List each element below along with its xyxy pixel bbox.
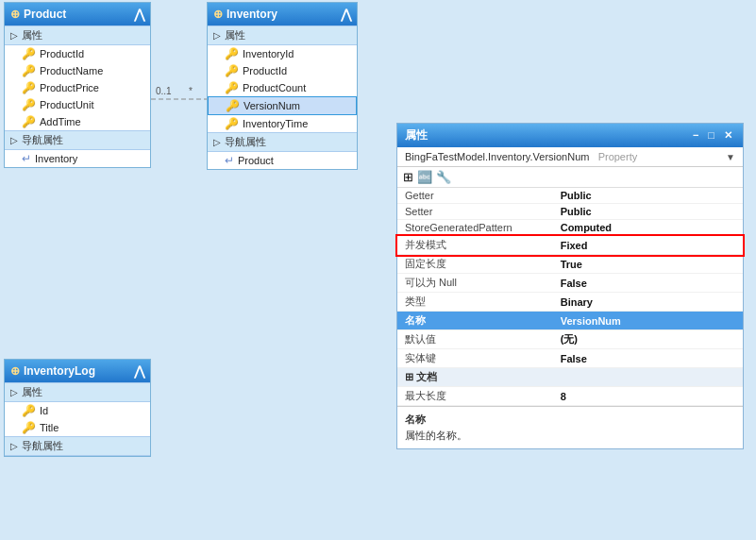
prop-row-default: 默认值 (无) bbox=[397, 330, 743, 349]
properties-toolbar: ⊞ 🔤 🔧 bbox=[397, 167, 743, 188]
prop-label-setter: Setter bbox=[397, 204, 553, 220]
product-item-productname: 🔑ProductName bbox=[5, 62, 150, 79]
prop-label-name: 名称 bbox=[397, 312, 553, 330]
prop-value-default: (无) bbox=[553, 330, 743, 349]
entity-product-header: ⊕ Product ⋀ bbox=[5, 3, 150, 25]
entity-inventorylog-collapse[interactable]: ⋀ bbox=[134, 363, 144, 379]
entity-inventorylog-icon: ⊕ bbox=[10, 364, 20, 378]
grid-icon[interactable]: ⊞ bbox=[403, 170, 413, 184]
entity-product-nav-section: ▷ 导航属性 bbox=[5, 130, 150, 150]
prop-value-fixedlength: True bbox=[553, 255, 743, 274]
entity-inventory-header: ⊕ Inventory ⋀ bbox=[208, 3, 357, 25]
product-item-inventory: ↵Inventory bbox=[5, 150, 150, 167]
inventory-item-versionnum[interactable]: 🔑VersionNum bbox=[208, 96, 357, 115]
properties-dropdown-btn[interactable]: ▼ bbox=[726, 152, 735, 162]
nav-icon: ↵ bbox=[225, 154, 234, 167]
entity-inventory-collapse[interactable]: ⋀ bbox=[341, 7, 351, 22]
prop-row-setter: Setter Public bbox=[397, 204, 743, 220]
entity-product-icon: ⊕ bbox=[10, 8, 20, 21]
entity-product-collapse[interactable]: ⋀ bbox=[134, 7, 144, 22]
inventory-item-product: ↵Product bbox=[208, 152, 357, 169]
key-icon: 🔑 bbox=[22, 64, 36, 77]
entity-product: ⊕ Product ⋀ ▷ 属性 🔑ProductId 🔑ProductName… bbox=[4, 2, 151, 168]
prop-row-nullable: 可以为 Null False bbox=[397, 274, 743, 293]
prop-value-getter: Public bbox=[553, 188, 743, 204]
key-icon: 🔑 bbox=[22, 81, 36, 94]
prop-label-nullable: 可以为 Null bbox=[397, 274, 553, 293]
prop-value-nullable: False bbox=[553, 274, 743, 293]
key-icon: 🔑 bbox=[22, 421, 36, 434]
inventory-item-productid: 🔑ProductId bbox=[208, 62, 357, 79]
prop-row-concurrency: 并发模式 Fixed bbox=[397, 236, 743, 255]
product-item-addtime: 🔑AddTime bbox=[5, 113, 150, 130]
relation-label-right: * bbox=[189, 86, 193, 96]
filter-icon[interactable]: 🔧 bbox=[436, 170, 451, 184]
properties-subtitle: BingFaTestModel.Inventory.VersionNum Pro… bbox=[397, 147, 743, 167]
prop-label-concurrency: 并发模式 bbox=[397, 236, 553, 255]
entity-inventory-nav-section: ▷ 导航属性 bbox=[208, 132, 357, 152]
prop-row-type: 类型 Binary bbox=[397, 293, 743, 312]
prop-value-type: Binary bbox=[553, 293, 743, 312]
entity-inventory-icon: ⊕ bbox=[213, 8, 223, 21]
prop-value-entitykey: False bbox=[553, 349, 743, 368]
prop-value-setter: Public bbox=[553, 204, 743, 220]
key-icon: 🔑 bbox=[22, 98, 36, 111]
entity-inventorylog-title: InventoryLog bbox=[24, 364, 95, 378]
prop-section-doc: ⊞ 文档 bbox=[397, 368, 743, 387]
entity-inventorylog-header: ⊕ InventoryLog ⋀ bbox=[5, 360, 150, 382]
entity-inventory: ⊕ Inventory ⋀ ▷ 属性 🔑InventoryId 🔑Product… bbox=[207, 2, 358, 170]
product-item-productprice: 🔑ProductPrice bbox=[5, 79, 150, 96]
properties-panel-header: 属性 − □ ✕ bbox=[397, 124, 743, 147]
product-item-productid: 🔑ProductId bbox=[5, 45, 150, 62]
properties-subtitle-path: BingFaTestModel.Inventory.VersionNum bbox=[405, 151, 589, 162]
properties-bottom-desc: 属性的名称。 bbox=[405, 429, 735, 443]
properties-header-controls: − □ ✕ bbox=[690, 129, 735, 142]
properties-panel: 属性 − □ ✕ BingFaTestModel.Inventory.Versi… bbox=[396, 123, 744, 449]
prop-label-type: 类型 bbox=[397, 293, 553, 312]
relation-label-left: 0..1 bbox=[156, 86, 172, 96]
prop-label-sgp: StoreGeneratedPattern bbox=[397, 220, 553, 236]
properties-minus-btn[interactable]: − bbox=[690, 129, 701, 142]
prop-row-entitykey: 实体键 False bbox=[397, 349, 743, 368]
prop-label-getter: Getter bbox=[397, 188, 553, 204]
inventorylog-item-title: 🔑Title bbox=[5, 419, 150, 436]
key-icon: 🔑 bbox=[22, 47, 36, 60]
key-icon: 🔑 bbox=[225, 117, 239, 130]
inventory-item-productcount: 🔑ProductCount bbox=[208, 79, 357, 96]
sort-icon[interactable]: 🔤 bbox=[417, 170, 432, 184]
nav-icon: ↵ bbox=[22, 152, 31, 165]
prop-row-maxlength: 最大长度 8 bbox=[397, 387, 743, 406]
key-icon: 🔑 bbox=[22, 404, 36, 417]
prop-label-entitykey: 实体键 bbox=[397, 349, 553, 368]
key-icon: 🔑 bbox=[226, 99, 240, 112]
prop-label-default: 默认值 bbox=[397, 330, 553, 349]
entity-product-title: Product bbox=[24, 8, 66, 21]
prop-row-name: 名称 VersionNum bbox=[397, 312, 743, 330]
properties-table: Getter Public Setter Public StoreGenerat… bbox=[397, 188, 743, 406]
inventorylog-item-id: 🔑Id bbox=[5, 402, 150, 419]
entity-inventorylog: ⊕ InventoryLog ⋀ ▷ 属性 🔑Id 🔑Title ▷ 导航属性 bbox=[4, 359, 151, 457]
properties-maximize-btn[interactable]: □ bbox=[705, 129, 717, 142]
properties-panel-title: 属性 bbox=[405, 127, 428, 143]
key-icon: 🔑 bbox=[22, 115, 36, 128]
prop-value-concurrency: Fixed bbox=[553, 236, 743, 255]
prop-value-sgp: Computed bbox=[553, 220, 743, 236]
entity-inventorylog-nav-section: ▷ 导航属性 bbox=[5, 436, 150, 456]
key-icon: 🔑 bbox=[225, 47, 239, 60]
prop-row-fixedlength: 固定长度 True bbox=[397, 255, 743, 274]
prop-section-doc-label: ⊞ 文档 bbox=[397, 368, 743, 387]
prop-label-fixedlength: 固定长度 bbox=[397, 255, 553, 274]
prop-label-maxlength: 最大长度 bbox=[397, 387, 553, 406]
properties-subtitle-text: BingFaTestModel.Inventory.VersionNum Pro… bbox=[405, 151, 637, 162]
entity-inventory-attr-section: ▷ 属性 bbox=[208, 25, 357, 45]
entity-inventorylog-attr-section: ▷ 属性 bbox=[5, 382, 150, 402]
prop-value-name: VersionNum bbox=[553, 312, 743, 330]
entity-inventory-title: Inventory bbox=[227, 8, 277, 21]
key-icon: 🔑 bbox=[225, 81, 239, 94]
prop-row-getter: Getter Public bbox=[397, 188, 743, 204]
properties-close-btn[interactable]: ✕ bbox=[721, 129, 735, 142]
product-item-productunit: 🔑ProductUnit bbox=[5, 96, 150, 113]
properties-bottom-title: 名称 bbox=[405, 413, 735, 427]
inventory-item-inventorytime: 🔑InventoryTime bbox=[208, 115, 357, 132]
properties-bottom: 名称 属性的名称。 bbox=[397, 406, 743, 448]
